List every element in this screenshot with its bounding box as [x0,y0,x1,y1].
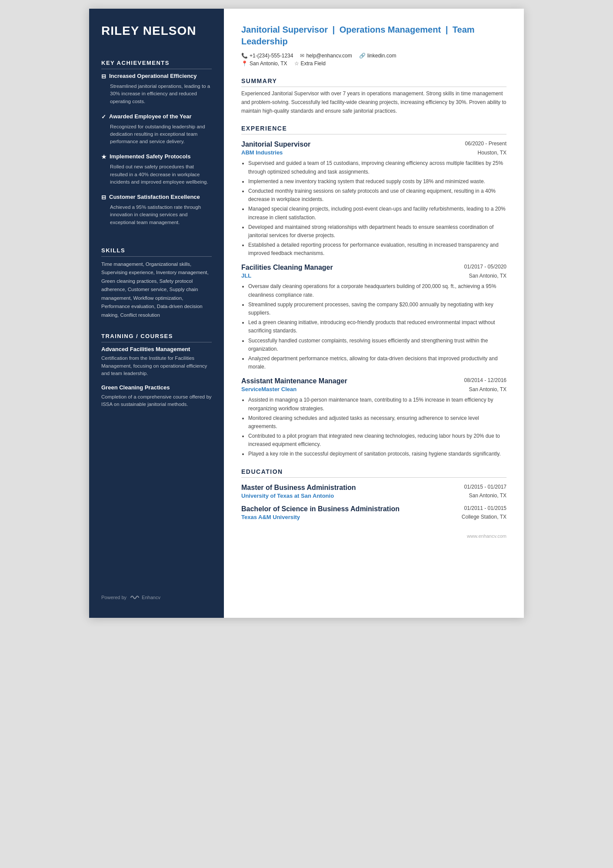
training-title: TRAINING / COURSES [101,333,212,342]
job-company: ABM Industries [241,149,283,156]
job-entry: Assistant Maintenance Manager 08/2014 - … [241,377,506,458]
job-bullet: Played a key role in the successful depl… [248,450,506,458]
main-header: Janitorial Supervisor | Operations Manag… [241,24,506,67]
edu-school: University of Texas at San Antonio [241,493,334,499]
sidebar-footer: Powered by Enhancv [101,586,212,600]
job-bullets-list: Assisted in managing a 10-person mainten… [241,396,506,458]
sidebar: RILEY NELSON KEY ACHIEVEMENTS ⊟ Increase… [89,9,224,618]
job-bullet: Assisted in managing a 10-person mainten… [248,396,506,412]
job-location: San Antonio, TX [469,386,506,392]
job-dates: 06/2020 - Present [465,141,506,147]
achievement-title-text: Increased Operational Efficiency [109,73,197,80]
contact-phone: 📞 +1-(234)-555-1234 [241,53,293,59]
job-sub: ServiceMaster Clean San Antonio, TX [241,386,506,392]
job-entry: Facilities Cleaning Manager 01/2017 - 05… [241,264,506,371]
achievement-icon: ⊟ [101,73,106,80]
website-url: www.enhancv.com [467,533,506,539]
job-dates: 01/2017 - 05/2020 [464,264,506,270]
title-part2: Operations Management [340,25,441,34]
experience-title: EXPERIENCE [241,125,506,134]
achievement-item: ★ Implemented Safety Protocols Rolled ou… [101,153,212,186]
location-icon: 📍 [241,60,248,67]
edu-header: Master of Business Administration 01/201… [241,484,506,492]
edu-degree: Bachelor of Science in Business Administ… [241,505,400,513]
achievement-title-text: Awarded Employee of the Year [109,113,192,121]
achievement-icon: ⊟ [101,194,106,201]
job-bullet: Conducted monthly training sessions on s… [248,187,506,204]
job-location: Houston, TX [478,150,506,156]
achievement-desc: Achieved a 95% satisfaction rate through… [101,204,212,226]
job-sub: ABM Industries Houston, TX [241,149,506,156]
job-bullet: Developed and maintained strong relation… [248,223,506,240]
training-item: Green Cleaning Practices Completion of a… [101,384,212,408]
edu-sub: University of Texas at San Antonio San A… [241,493,506,499]
resume-container: RILEY NELSON KEY ACHIEVEMENTS ⊟ Increase… [89,9,524,618]
skills-section: SKILLS Time management, Organizational s… [101,247,212,320]
education-entry: Bachelor of Science in Business Administ… [241,505,506,520]
achievement-item: ⊟ Customer Satisfaction Excellence Achie… [101,194,212,226]
job-entry: Janitorial Supervisor 06/2020 - Present … [241,141,506,258]
skills-text: Time management, Organizational skills, … [101,260,212,320]
contact-row-1: 📞 +1-(234)-555-1234 ✉ help@enhancv.com 🔗… [241,53,506,59]
job-bullet: Analyzed department performance metrics,… [248,355,506,371]
job-company: JLL [241,272,251,279]
contact-linkedin: 🔗 linkedin.com [359,53,396,59]
extra-text: Extra Field [301,60,326,67]
job-header: Janitorial Supervisor 06/2020 - Present [241,141,506,148]
education-section: EDUCATION Master of Business Administrat… [241,468,506,520]
job-bullets-list: Oversaw daily cleaning operations for a … [241,282,506,371]
title-part1: Janitorial Supervisor [241,25,328,34]
job-title: Assistant Maintenance Manager [241,377,347,385]
job-bullet: Contributed to a pilot program that inte… [248,432,506,449]
education-title: EDUCATION [241,468,506,478]
separator2: | [446,25,450,34]
job-bullet: Managed special cleaning projects, inclu… [248,205,506,221]
phone-text: +1-(234)-555-1234 [250,53,293,59]
edu-dates: 01/2015 - 01/2017 [464,484,506,490]
job-bullet: Supervised and guided a team of 15 custo… [248,159,506,176]
main-footer: www.enhancv.com [241,533,506,539]
achievements-list: ⊟ Increased Operational Efficiency Strea… [101,73,212,226]
linkedin-text: linkedin.com [367,53,396,59]
contact-row-2: 📍 San Antonio, TX ☆ Extra Field [241,60,506,67]
job-bullet: Streamlined supply procurement processes… [248,301,506,317]
edu-school: Texas A&M University [241,514,300,520]
contact-email: ✉ help@enhancv.com [300,53,352,59]
edu-header: Bachelor of Science in Business Administ… [241,505,506,513]
job-bullet: Monitored cleaning schedules and adjuste… [248,414,506,431]
job-sub: JLL San Antonio, TX [241,272,506,279]
training-course-desc: Completion of a comprehensive course off… [101,393,212,409]
job-bullet: Led a green cleaning initiative, introdu… [248,318,506,335]
job-bullet: Successfully handled customer complaints… [248,337,506,353]
powered-by-text: Powered by [101,595,127,600]
summary-title: SUMMARY [241,77,506,87]
linkedin-icon: 🔗 [359,53,366,59]
experience-section: EXPERIENCE Janitorial Supervisor 06/2020… [241,125,506,458]
contact-location: 📍 San Antonio, TX [241,60,287,67]
training-course-title: Green Cleaning Practices [101,384,212,392]
achievement-title: ⊟ Customer Satisfaction Excellence [101,194,212,201]
achievement-desc: Streamlined janitorial operations, leadi… [101,83,212,105]
edu-location: San Antonio, TX [469,493,506,499]
email-text: help@enhancv.com [306,53,352,59]
job-dates: 08/2014 - 12/2016 [464,377,506,383]
achievement-item: ⊟ Increased Operational Efficiency Strea… [101,73,212,105]
enhancv-logo: Enhancv [130,594,160,600]
edu-sub: Texas A&M University College Station, TX [241,514,506,520]
candidate-name: RILEY NELSON [101,24,212,38]
job-title-header: Janitorial Supervisor | Operations Manag… [241,24,506,47]
edu-dates: 01/2011 - 01/2015 [464,505,506,511]
phone-icon: 📞 [241,53,248,59]
job-bullets-list: Supervised and guided a team of 15 custo… [241,159,506,258]
key-achievements-title: KEY ACHIEVEMENTS [101,60,212,69]
training-item: Advanced Facilities Management Certifica… [101,346,212,378]
location-text: San Antonio, TX [250,60,287,67]
summary-text: Experienced Janitorial Supervisor with o… [241,90,506,115]
job-title: Janitorial Supervisor [241,141,310,148]
email-icon: ✉ [300,53,304,59]
contact-extra: ☆ Extra Field [294,60,326,67]
achievement-title: ★ Implemented Safety Protocols [101,153,212,161]
separator1: | [333,25,337,34]
job-title: Facilities Cleaning Manager [241,264,333,271]
achievement-icon: ★ [101,154,107,161]
